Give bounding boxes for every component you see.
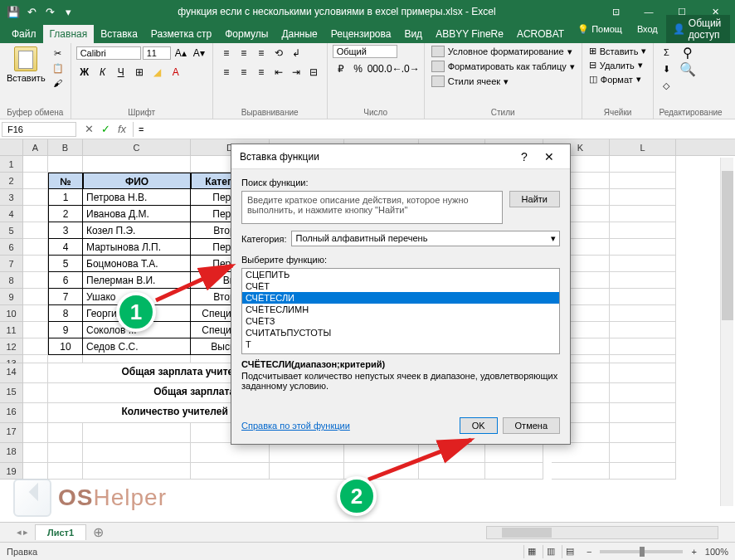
paste-button[interactable]: Вставить [5, 45, 47, 85]
function-list-item[interactable]: СЧЁТЕСЛИМН [242, 304, 559, 315]
format-as-table-button[interactable]: Форматировать как таблицу ▾ [430, 60, 577, 73]
tab-acrobat[interactable]: ACROBAT [510, 25, 571, 43]
function-list-item[interactable]: СЦЕПИТЬ [242, 269, 559, 280]
col-header-A[interactable]: A [23, 139, 48, 155]
format-cells-button[interactable]: ◫ Формат ▾ [587, 73, 649, 85]
row-header[interactable]: 15 [0, 383, 23, 403]
search-input[interactable]: Введите краткое описание действия, котор… [241, 191, 503, 224]
align-left-icon[interactable]: ≡ [218, 64, 235, 80]
find-select-icon[interactable]: 🔍 [680, 61, 695, 76]
undo-icon[interactable]: ↶ [25, 5, 38, 18]
orientation-icon[interactable]: ⟲ [270, 45, 287, 61]
bold-icon[interactable]: Ж [76, 64, 93, 80]
tab-insert[interactable]: Вставка [94, 25, 144, 43]
align-center-icon[interactable]: ≡ [236, 64, 252, 80]
row-header[interactable]: 9 [0, 289, 23, 305]
row-header[interactable]: 10 [0, 305, 23, 322]
format-painter-icon[interactable]: 🖌 [51, 76, 66, 90]
zoom-out-icon[interactable]: − [587, 547, 591, 557]
tab-review[interactable]: Рецензирова [324, 25, 398, 43]
tab-home[interactable]: Главная [43, 25, 95, 43]
sign-in[interactable]: Вход [630, 21, 664, 37]
ok-button[interactable]: OK [460, 417, 498, 434]
insert-cells-button[interactable]: ⊞ Вставить ▾ [587, 45, 649, 57]
col-header-C[interactable]: C [83, 139, 191, 155]
vertical-scrollbar[interactable] [720, 158, 733, 506]
category-select[interactable]: Полный алфавитный перечень▾ [291, 231, 560, 246]
formula-input[interactable]: = [134, 123, 735, 136]
cut-icon[interactable]: ✂ [51, 46, 66, 60]
row-header[interactable]: 2 [0, 173, 23, 189]
row-header[interactable]: 19 [0, 463, 23, 480]
fill-icon[interactable]: ⬇ [659, 61, 674, 76]
align-right-icon[interactable]: ≡ [253, 64, 270, 80]
zoom-level[interactable]: 100% [705, 547, 728, 557]
row-header[interactable]: 11 [0, 322, 23, 338]
dialog-titlebar[interactable]: Вставка функции ? ✕ [231, 144, 570, 169]
function-help-link[interactable]: Справка по этой функции [241, 421, 350, 431]
comma-icon[interactable]: 000 [368, 61, 384, 77]
row-header[interactable]: 8 [0, 272, 23, 289]
currency-icon[interactable]: ₽ [333, 61, 349, 77]
zoom-in-icon[interactable]: + [691, 547, 696, 557]
function-list-item[interactable]: СЧЁТ [242, 280, 559, 292]
number-format-select[interactable]: Общий [333, 45, 397, 58]
tab-formulas[interactable]: Формулы [218, 25, 275, 43]
row-header[interactable]: 14 [0, 363, 23, 383]
clear-icon[interactable]: ◇ [659, 78, 674, 93]
row-header[interactable]: 7 [0, 256, 23, 272]
indent-dec-icon[interactable]: ⇤ [270, 64, 287, 80]
dialog-close-icon[interactable]: ✕ [537, 144, 562, 169]
col-header-B[interactable]: B [48, 139, 83, 155]
autosum-icon[interactable]: Σ [659, 45, 674, 60]
font-name-select[interactable]: Calibri [76, 46, 141, 60]
delete-cells-button[interactable]: ⊟ Удалить ▾ [587, 59, 649, 71]
normal-view-icon[interactable]: ▦ [523, 545, 540, 558]
wrap-text-icon[interactable]: ↲ [288, 45, 304, 61]
underline-icon[interactable]: Ч [113, 64, 129, 80]
function-list-item[interactable]: СЧИТАТЬПУСТОТЫ [242, 327, 559, 338]
find-button[interactable]: Найти [509, 191, 560, 207]
row-header[interactable]: 1 [0, 156, 23, 173]
save-icon[interactable]: 💾 [7, 5, 20, 18]
font-color-icon[interactable]: A [168, 64, 184, 80]
tab-abbyy[interactable]: ABBYY FineRe [429, 25, 510, 43]
tab-layout[interactable]: Разметка стр [144, 25, 218, 43]
qat-more-icon[interactable]: ▾ [61, 5, 75, 18]
page-break-view-icon[interactable]: ▤ [562, 545, 578, 558]
row-header[interactable]: 13 [0, 355, 23, 363]
percent-icon[interactable]: % [350, 61, 367, 77]
share-button[interactable]: 👤 Общий доступ [666, 15, 730, 43]
fx-icon[interactable]: fx [114, 122, 129, 137]
row-header[interactable]: 6 [0, 239, 23, 256]
merge-icon[interactable]: ⊟ [305, 64, 322, 80]
redo-icon[interactable]: ↷ [43, 5, 56, 18]
fill-color-icon[interactable]: ◢ [149, 64, 166, 80]
sort-filter-icon[interactable]: ⚲ [680, 45, 695, 60]
cancel-button[interactable]: Отмена [503, 417, 560, 434]
cell-styles-button[interactable]: Стили ячеек ▾ [430, 75, 577, 88]
tell-me[interactable]: 💡 Помощ [571, 21, 629, 38]
row-header[interactable]: 4 [0, 206, 23, 222]
horizontal-scrollbar[interactable] [486, 526, 718, 539]
function-list-item[interactable]: СЧЁТЕСЛИ [242, 292, 559, 304]
row-header[interactable]: 12 [0, 338, 23, 355]
cancel-formula-icon[interactable]: ✕ [81, 122, 96, 137]
tab-view[interactable]: Вид [397, 25, 429, 43]
function-list-item[interactable]: СЧЁТЗ [242, 315, 559, 327]
function-list-item[interactable]: Т [242, 338, 559, 350]
function-list[interactable]: СЦЕПИТЬСЧЁТСЧЁТЕСЛИСЧЁТЕСЛИМНСЧЁТЗСЧИТАТ… [241, 268, 560, 354]
zoom-slider[interactable] [600, 550, 683, 553]
row-header[interactable]: 16 [0, 403, 23, 423]
sheet-prev-icon[interactable]: ◂ [17, 527, 22, 538]
row-header[interactable]: 5 [0, 222, 23, 239]
row-header[interactable]: 18 [0, 443, 23, 463]
sheet-next-icon[interactable]: ▸ [23, 527, 28, 538]
increase-font-icon[interactable]: A▴ [173, 45, 189, 61]
tab-file[interactable]: Файл [5, 25, 43, 43]
row-header[interactable]: 3 [0, 189, 23, 206]
font-size-select[interactable]: 11 [143, 46, 171, 60]
page-layout-view-icon[interactable]: ▥ [543, 545, 559, 558]
italic-icon[interactable]: К [95, 64, 111, 80]
align-bot-icon[interactable]: ≡ [253, 45, 270, 61]
